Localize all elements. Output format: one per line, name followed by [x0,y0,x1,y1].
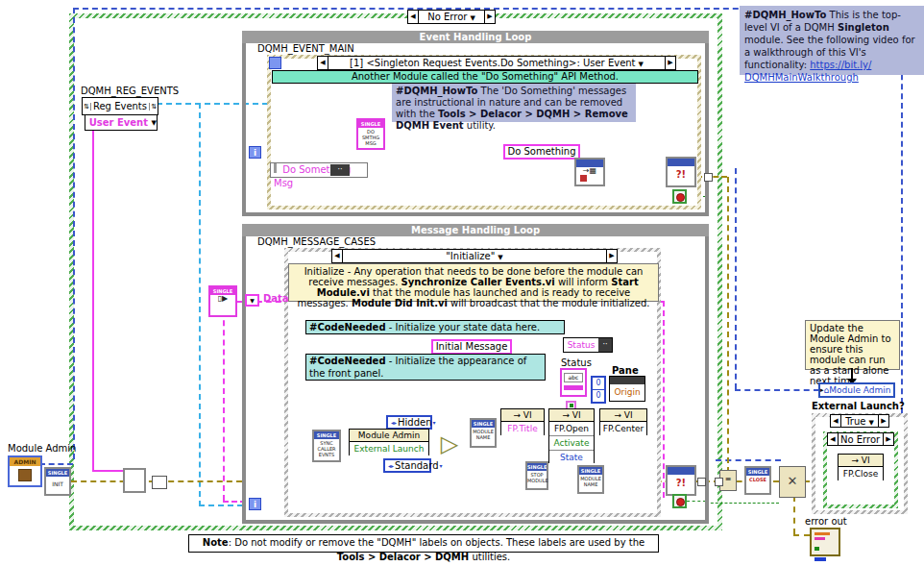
tunnel [704,173,713,182]
reg-glyph-icon: ⇅ [149,103,158,111]
next-case-icon[interactable]: ▶ [879,415,888,427]
user-event-constant[interactable]: User Event ▼ [85,114,158,131]
message-loop-title: Message Handling Loop [242,224,709,236]
next-case-icon[interactable]: ▶ [607,250,617,262]
reg-glyph-icon: ⇅ [83,103,91,111]
stop-module-vi[interactable]: SINGLE STOP MODULE [525,461,548,490]
module-admin-control[interactable]: ADMIN [8,455,42,487]
string-glyph-icon [274,163,277,173]
bundle-glyph-icon: ·· [598,338,612,352]
external-launch-selector[interactable]: ◀ True▼ ▶ [830,414,889,428]
prev-case-icon[interactable]: ◀ [408,11,418,23]
sync-caller-events-vi[interactable]: SINGLE SYNC CALLER EVNTS [312,430,341,462]
queue-node[interactable] [123,468,146,493]
property-fp-title: FP.Title [501,422,544,435]
fp-center-property-node[interactable]: → VI FP.Center [599,408,647,435]
next-case-icon[interactable]: ▶ [666,57,675,69]
fp-close-property-node[interactable]: → VI FP.Close [838,454,884,480]
merge-errors-x-node[interactable]: ✕ [779,466,806,498]
status-bundle-node[interactable]: Status ·· [563,337,613,353]
pane-property-node[interactable]: Origin [609,376,645,402]
ref-wire [73,8,75,459]
enqueue-message-vi[interactable]: →▦ [574,158,605,186]
inner-error-selector[interactable]: ◀ No Error▼ ▶ [827,432,894,446]
error-handler-vi[interactable]: ?! [666,157,696,187]
fp-title-property-node[interactable]: → VI FP.Title [500,408,545,435]
dropdown-icon[interactable]: ▼ [868,419,873,427]
stop-led-icon [676,193,685,202]
property-state: State [549,450,594,464]
small-node[interactable] [152,476,167,489]
prev-case-icon[interactable]: ◀ [332,250,342,262]
cluster-value: 0 [593,378,604,390]
fp-open-property-node[interactable]: → VI FP.Open Activate State [548,408,595,463]
status-string-control[interactable]: abc [560,368,587,397]
dropdown-icon[interactable]: ▼ [152,119,157,127]
next-case-icon[interactable]: ▶ [485,11,495,23]
iteration-terminal-2: i [249,498,261,510]
dropdown-icon[interactable]: ▼ [498,254,502,261]
initial-message-constant[interactable]: Initial Message [431,339,512,355]
prev-case-icon[interactable]: ◀ [828,433,838,445]
origin-cluster-constant[interactable]: 0 0 [591,376,606,404]
reg-events-label: DQMH_REG_EVENTS [81,86,179,96]
do-something-constant[interactable]: Do Something [503,144,580,160]
message-case-selector[interactable]: ◀ "Initialize"▼ ▶ [331,249,618,263]
enum-arrows-icon[interactable]: ◂▸ [388,460,394,471]
event-case-selector[interactable]: ◀ [1] <Singleton Request Events.Do Somet… [317,56,676,70]
admin-node-title: Module Admin [350,430,428,442]
enum-hidden-constant[interactable]: ◂▸ Hidden ▾ [386,415,432,430]
dropdown-icon[interactable]: ▼ [639,61,644,68]
code-needed-bold: #CodeNeeded [309,356,386,366]
init-vi[interactable]: SINGLE INIT [44,467,71,496]
error-wire [727,177,729,473]
enum-standard-constant[interactable]: ◂▸ Standard ▾ [383,458,431,473]
error-out-indicator[interactable] [810,528,840,556]
howto-note-top: #DQMH_HowTo This is the top-level VI of … [740,6,924,75]
property-fp-open: FP.Open [549,422,594,435]
bundle-node[interactable]: ·· [330,164,350,176]
howto-heading: #DQMH_HowTo [744,10,826,20]
unbundle-node[interactable]: ▼ [245,294,259,307]
dropdown-icon[interactable]: ▾ [433,417,436,428]
vi-banner: SINGLE [358,120,383,128]
iteration-terminal: i [249,146,261,159]
prev-case-icon[interactable]: ◀ [831,415,840,427]
loop-stop-button-2[interactable] [672,494,687,508]
loop-stop-button[interactable] [672,189,687,204]
prev-case-icon[interactable]: ◀ [318,57,328,69]
module-admin-property-node[interactable]: Module Admin External Launch [349,429,429,455]
module-name-vi-2[interactable]: SINGLE MODULE NAME [577,465,604,494]
enum-arrows-icon[interactable]: ◂▸ [391,417,397,428]
pane-ref-strip-icon [610,377,644,384]
note-bold: Tools > Delacor > DQMH [337,552,469,562]
select-node[interactable]: ▷ [438,431,461,459]
next-case-icon[interactable]: ▶ [884,433,893,445]
note-text: utilities. [469,552,510,562]
create-do-something-msg-vi[interactable]: SINGLE DO SMTHG MSG [356,118,385,150]
cluster-bar-icon [815,537,825,540]
enum-value: Standard [395,460,439,471]
vi-banner: SINGLE [746,468,769,476]
howto-heading: #DQMH_HowTo [396,86,477,96]
message-case-label: "Initialize" [446,251,495,261]
doc-text: will broadcast that the module initializ… [448,298,650,308]
main-case-selector[interactable]: ◀ No Error▼ ▶ [407,10,496,24]
dqmh-bottom-note: Note: Do not modify or remove the "DQMH"… [188,534,659,553]
module-admin-local-variable[interactable]: ▸ ⌂ Module Admin [818,382,895,398]
error-handler-vi-2[interactable]: ?! [666,465,696,496]
event-loop-title: Event Handling Loop [242,31,709,43]
status-control-label: Status [561,357,592,368]
dropdown-icon[interactable]: ▼ [470,14,474,22]
howto-bold: Singleton [838,22,889,33]
do-something-msg-constant[interactable]: Do Something Msg [270,162,368,178]
dequeue-message-vi[interactable]: SINGLE ▯▶ [208,285,237,317]
main-case-label: No Error [427,12,467,22]
module-name-vi[interactable]: SINGLE MODULE NAME [470,418,497,448]
vi-icon-text: CLOSE [746,476,769,482]
close-vi[interactable]: SINGLE CLOSE [744,466,771,495]
dropdown-icon[interactable]: ▾ [440,460,443,471]
property-fp-close: FP.Close [839,467,883,480]
vi-banner [668,467,694,475]
register-events-node[interactable]: ⇅ Reg Events ⇅ [82,97,158,115]
